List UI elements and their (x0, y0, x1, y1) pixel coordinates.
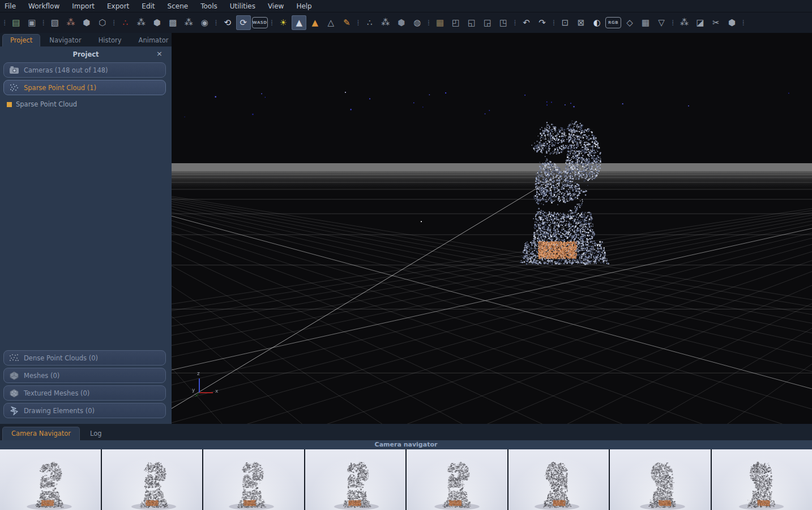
compact-mesh-icon[interactable]: ⬢ (725, 15, 740, 30)
clipping-plane-icon[interactable]: ◪ (693, 15, 708, 30)
camera-thumbnails-strip (0, 449, 812, 510)
camera-thumbnail[interactable] (0, 449, 102, 510)
tab-history[interactable]: History (91, 34, 130, 46)
panel-title: Project (0, 50, 172, 58)
filter-points-icon[interactable]: ⁂ (181, 15, 196, 30)
group-drawing[interactable]: Drawing Elements (0) (3, 403, 166, 418)
camera-thumbnail[interactable] (203, 449, 305, 510)
group-camera[interactable]: Cameras (148 out of 148) (3, 62, 166, 78)
paint-tool-icon[interactable]: ✎ (339, 15, 354, 30)
control-points-icon[interactable]: ⁂ (63, 15, 78, 30)
toolbar-separator: ⁞ (357, 15, 359, 30)
camera-thumbnail-image (508, 449, 609, 510)
polygon-selection-icon[interactable]: ▽ (654, 15, 669, 30)
camera-thumbnail[interactable] (712, 449, 812, 510)
menu-help[interactable]: Help (290, 0, 318, 12)
shaded-wireframe-view-icon[interactable]: ▲ (307, 15, 322, 30)
rect-selection-icon[interactable]: ⊡ (558, 15, 572, 30)
screenshot-icon[interactable]: ◉ (197, 15, 212, 30)
project-panel-body: Project × Cameras (148 out of 148)Sparse… (0, 46, 172, 424)
menu-edit[interactable]: Edit (135, 0, 161, 12)
mesh-visibility-icon[interactable]: ⬢ (394, 15, 409, 30)
remove-photos-icon[interactable]: ◱ (464, 15, 479, 30)
menu-view[interactable]: View (262, 0, 290, 12)
points-to-mesh-icon[interactable]: ⬢ (79, 15, 94, 30)
wasd-mode-icon[interactable]: WASD (252, 17, 268, 28)
mesh-extract-icon[interactable]: ⬡ (95, 15, 110, 30)
tab-animator[interactable]: Animator (131, 34, 177, 46)
dense-cloud-visibility-icon[interactable]: ⁂ (378, 15, 393, 30)
tab-project[interactable]: Project (2, 34, 40, 46)
camera-thumbnail-image (102, 449, 203, 510)
axis-y-label: y (192, 388, 195, 393)
add-photos-icon[interactable]: ◰ (448, 15, 463, 30)
close-icon[interactable]: × (156, 50, 163, 58)
select-by-cursor-icon[interactable]: ⁂ (677, 15, 692, 30)
tab-camera-navigator[interactable]: Camera Navigator (2, 427, 80, 440)
group-mesh[interactable]: Meshes (0) (3, 368, 166, 383)
camera-thumbnail[interactable] (610, 449, 712, 510)
viewport-canvas[interactable] (172, 33, 812, 424)
sparse-cloud-visibility-icon[interactable]: ∴ (362, 15, 377, 30)
camera-thumbnail-image (203, 449, 304, 510)
project-groups-top: Cameras (148 out of 148)Sparse Point Clo… (0, 60, 172, 97)
invert-selection-icon[interactable]: ◐ (589, 15, 604, 30)
duplicate-mesh-icon[interactable]: ⬢ (149, 15, 164, 30)
camera-thumbnail[interactable] (305, 449, 407, 510)
free-selection-icon[interactable]: ⊠ (574, 15, 588, 30)
menu-scene[interactable]: Scene (161, 0, 195, 12)
orbit-mode-icon[interactable]: ⟲ (220, 15, 235, 30)
camera-thumbnail-image (0, 449, 101, 510)
marker-points-icon[interactable]: ∴ (118, 15, 133, 30)
decimate-mesh-icon[interactable]: ▩ (165, 15, 180, 30)
photo-properties-icon[interactable]: ◳ (496, 15, 511, 30)
shaded-view-icon[interactable]: ▲ (292, 15, 306, 30)
tab-log[interactable]: Log (81, 427, 111, 440)
new-project-icon[interactable]: ▤ (8, 15, 23, 30)
group-sparse-cloud[interactable]: Sparse Point Cloud (1) (3, 80, 166, 95)
toolbar-separator: ⁞ (514, 15, 516, 30)
textured-mesh-visibility-icon[interactable]: ◍ (410, 15, 425, 30)
viewport-3d[interactable]: z y x (172, 33, 812, 424)
undo-icon[interactable]: ↶ (519, 15, 534, 30)
lasso-selection-icon[interactable]: ◇ (622, 15, 637, 30)
textured-mesh-icon (8, 389, 20, 398)
grid-selection-icon[interactable]: ▦ (638, 15, 653, 30)
menu-tools[interactable]: Tools (194, 0, 224, 12)
menu-export[interactable]: Export (101, 0, 135, 12)
group-label: Drawing Elements (0) (24, 407, 95, 415)
cut-selection-icon[interactable]: ✂ (709, 15, 724, 30)
project-tree: Sparse Point Cloud (0, 97, 172, 110)
panel-tab-bar: ProjectNavigatorHistoryAnimator (0, 33, 172, 46)
toolbar-separator: ⁞ (113, 15, 115, 30)
menu-bar: FileWorkflowImportExportEditSceneToolsUt… (0, 0, 812, 12)
move-photos-icon[interactable]: ◲ (480, 15, 495, 30)
drawing-icon (8, 406, 20, 415)
photogrammetry-app-window: FileWorkflowImportExportEditSceneToolsUt… (0, 0, 812, 510)
tree-item-sparse-point-cloud[interactable]: Sparse Point Cloud (0, 97, 172, 110)
group-dense-cloud[interactable]: Dense Point Clouds (0) (3, 350, 166, 366)
camera-navigator-panel: Camera NavigatorLog Camera navigator (0, 424, 812, 510)
rgb-selection-icon[interactable]: RGB (605, 17, 621, 28)
menu-import[interactable]: Import (66, 0, 101, 12)
group-textured-mesh[interactable]: Textured Meshes (0) (3, 385, 166, 401)
menu-utilities[interactable]: Utilities (224, 0, 262, 12)
group-label: Meshes (0) (24, 372, 59, 380)
camera-thumbnail[interactable] (102, 449, 204, 510)
redo-icon[interactable]: ↷ (535, 15, 550, 30)
lighting-icon[interactable]: ☀ (276, 15, 290, 30)
camera-icon (8, 66, 20, 75)
wireframe-view-icon[interactable]: △ (323, 15, 338, 30)
orbit-center-mode-icon[interactable]: ⟳ (236, 15, 251, 30)
show-photos-icon[interactable]: ▦ (433, 15, 447, 30)
camera-thumbnail[interactable] (407, 449, 508, 510)
dense-cloud-icon (8, 354, 20, 363)
edit-bounding-box-icon[interactable]: ▧ (48, 15, 62, 30)
edit-points-icon[interactable]: ⁂ (134, 15, 148, 30)
camera-thumbnail[interactable] (508, 449, 610, 510)
menu-file[interactable]: File (0, 0, 22, 12)
axis-x-label: x (215, 389, 218, 394)
save-project-icon[interactable]: ▣ (24, 15, 39, 30)
tab-navigator[interactable]: Navigator (41, 34, 89, 46)
menu-workflow[interactable]: Workflow (22, 0, 66, 12)
